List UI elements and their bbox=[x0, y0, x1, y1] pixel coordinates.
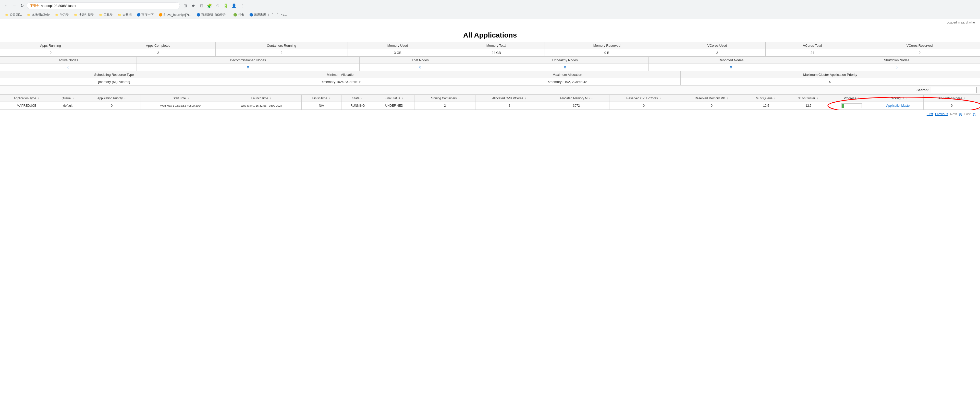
cell-finish-time: N/A bbox=[302, 102, 341, 110]
val-lost-nodes[interactable]: 0 bbox=[360, 64, 481, 71]
forward-button[interactable]: → bbox=[11, 2, 18, 9]
bookmark-local[interactable]: 本地测试地址 bbox=[25, 12, 52, 17]
val-memory-used: 3 GB bbox=[348, 49, 448, 56]
bookmark-icon[interactable]: ★ bbox=[190, 3, 196, 9]
menu-icon[interactable]: ⋮ bbox=[239, 3, 245, 9]
toolbar-icons: ⊞ ★ ⊡ 🧩 ⊕ 🔋 👤 ⋮ bbox=[182, 3, 245, 9]
bookmark-bilibili[interactable]: 🔵 哔哩哔哩（ ゜- ゜）つ... bbox=[247, 12, 289, 17]
col-unhealthy-nodes: Unhealthy Nodes bbox=[481, 57, 649, 64]
cast-icon[interactable]: ⊡ bbox=[198, 3, 204, 9]
th-running-containers[interactable]: Running Containers ⇕ bbox=[414, 95, 476, 102]
val-shutdown-nodes[interactable]: 0 bbox=[813, 64, 980, 71]
bookmark-search[interactable]: 搜索引擎类 bbox=[72, 12, 96, 17]
bookmark-bigdata[interactable]: 大数据 bbox=[116, 12, 134, 17]
col-vcores-total: VCores Total bbox=[765, 42, 859, 49]
th-allocated-cpu[interactable]: Allocated CPU VCores ⇕ bbox=[476, 95, 543, 102]
col-memory-used: Memory Used bbox=[348, 42, 448, 49]
page-title-section: All Applications bbox=[0, 26, 980, 42]
val-scheduling-type: [memory (Mi), vcores] bbox=[0, 78, 228, 86]
val-vcores-reserved: 0 bbox=[859, 49, 980, 56]
node-stats-section: Active Nodes Decommissioned Nodes Lost N… bbox=[0, 56, 980, 71]
scheduler-table: Scheduling Resource Type Minimum Allocat… bbox=[0, 71, 980, 86]
th-app-priority[interactable]: Application Priority ⇕ bbox=[83, 95, 141, 102]
th-progress[interactable]: Progress ⇕ bbox=[830, 95, 873, 102]
extension-icon[interactable]: 🧩 bbox=[207, 3, 213, 9]
col-active-nodes: Active Nodes bbox=[0, 57, 137, 64]
logged-in-bar: Logged in as: dr.who bbox=[0, 19, 980, 26]
val-decommissioned-nodes[interactable]: 0 bbox=[137, 64, 360, 71]
cell-launch-time: Wed May 1 16:32:53 +0800 2024 bbox=[221, 102, 302, 110]
cell-queue: default bbox=[53, 102, 83, 110]
logged-in-text: Logged in as: dr.who bbox=[947, 21, 975, 24]
th-blacklisted-nodes[interactable]: Blacklisted Nodes ⇕ bbox=[924, 95, 980, 102]
account-icon[interactable]: 👤 bbox=[231, 3, 237, 9]
th-allocated-memory[interactable]: Allocated Memory MB ⇕ bbox=[543, 95, 609, 102]
val-memory-total: 24 GB bbox=[448, 49, 545, 56]
th-pct-queue[interactable]: % of Queue ⇕ bbox=[745, 95, 787, 102]
th-finish-time[interactable]: FinishTime ⇕ bbox=[302, 95, 341, 102]
cell-reserved-memory: 0 bbox=[678, 102, 745, 110]
pagination-last-label: Last bbox=[964, 112, 970, 117]
val-max-allocation: <memory:8192, vCores:4> bbox=[454, 78, 681, 86]
pagination-first[interactable]: First bbox=[927, 112, 933, 117]
col-scheduling-type: Scheduling Resource Type bbox=[0, 71, 228, 78]
bookmark-daka[interactable]: 🟢 打卡 bbox=[231, 12, 246, 17]
cell-running-containers: 2 bbox=[414, 102, 476, 110]
cell-tracking-ui[interactable]: ApplicationMaster bbox=[873, 102, 924, 110]
val-vcores-total: 24 bbox=[765, 49, 859, 56]
col-shutdown-nodes: Shutdown Nodes bbox=[813, 57, 980, 64]
col-decommissioned-nodes: Decommissioned Nodes bbox=[137, 57, 360, 64]
bookmark-brave[interactable]: 🟠 Brave_heart4pzj的... bbox=[157, 12, 193, 17]
cell-start-time: Wed May 1 16:32:52 +0800 2024 bbox=[141, 102, 221, 110]
col-max-allocation: Maximum Allocation bbox=[454, 71, 681, 78]
th-app-type[interactable]: Application Type ⇕ bbox=[0, 95, 53, 102]
cell-allocated-cpu: 2 bbox=[476, 102, 543, 110]
progress-bar bbox=[842, 103, 844, 108]
reload-button[interactable]: ↻ bbox=[19, 2, 25, 9]
val-apps-completed: 2 bbox=[101, 49, 216, 56]
th-reserved-cpu[interactable]: Reserved CPU VCores ⇕ bbox=[609, 95, 678, 102]
browser-toolbar: ← → ↻ 不安全 ⊞ ★ ⊡ 🧩 ⊕ 🔋 👤 ⋮ bbox=[0, 0, 980, 11]
th-reserved-memory[interactable]: Reserved Memory MB ⇕ bbox=[678, 95, 745, 102]
url-input[interactable] bbox=[41, 4, 177, 8]
val-max-priority: 0 bbox=[680, 78, 980, 86]
pagination-previous[interactable]: Previous bbox=[935, 112, 948, 117]
node-stats-table: Active Nodes Decommissioned Nodes Lost N… bbox=[0, 56, 980, 71]
search-bar: Search: bbox=[0, 86, 980, 95]
th-tracking-ui[interactable]: Tracking UI ⇕ bbox=[873, 95, 924, 102]
val-containers-running: 2 bbox=[215, 49, 348, 56]
cell-pct-queue: 12.5 bbox=[745, 102, 787, 110]
bookmark-tools[interactable]: 工具类 bbox=[97, 12, 115, 17]
security-warning: 不安全 bbox=[30, 3, 39, 8]
th-launch-time[interactable]: LaunchTime ⇕ bbox=[221, 95, 302, 102]
val-unhealthy-nodes[interactable]: 0 bbox=[481, 64, 649, 71]
th-state[interactable]: State ⇕ bbox=[341, 95, 374, 102]
bookmark-study[interactable]: 学习类 bbox=[53, 12, 71, 17]
profile-icon[interactable]: ⊕ bbox=[215, 3, 221, 9]
th-final-status[interactable]: FinalStatus ⇕ bbox=[374, 95, 414, 102]
th-pct-cluster[interactable]: % of Cluster ⇕ bbox=[787, 95, 830, 102]
pagination-next[interactable]: 页 bbox=[959, 112, 962, 117]
bookmarks-bar: 公司网站 本地测试地址 学习类 搜索引擎类 工具类 大数据 🔵 百度一下 🟠 B… bbox=[0, 11, 980, 19]
cell-app-type: MAPREDUCE bbox=[0, 102, 53, 110]
cell-blacklisted-nodes: 0 bbox=[924, 102, 980, 110]
th-queue[interactable]: Queue ⇕ bbox=[53, 95, 83, 102]
cell-app-priority: 0 bbox=[83, 102, 141, 110]
col-rebooted-nodes: Rebooted Nodes bbox=[649, 57, 813, 64]
back-button[interactable]: ← bbox=[3, 2, 9, 9]
cluster-stats-section: Apps Running Apps Completed Containers R… bbox=[0, 42, 980, 56]
val-rebooted-nodes[interactable]: 0 bbox=[649, 64, 813, 71]
address-bar[interactable]: 不安全 bbox=[27, 2, 180, 9]
search-input[interactable] bbox=[931, 87, 977, 93]
table-row: MAPREDUCE default 0 Wed May 1 16:32:52 +… bbox=[0, 102, 980, 110]
val-active-nodes[interactable]: 0 bbox=[0, 64, 137, 71]
cell-state: RUNNING bbox=[341, 102, 374, 110]
bookmark-company[interactable]: 公司网站 bbox=[3, 12, 24, 17]
th-start-time[interactable]: StartTime ⇕ bbox=[141, 95, 221, 102]
bookmark-translate[interactable]: 🔵 百度翻译-200种语... bbox=[194, 12, 230, 17]
translate-icon[interactable]: ⊞ bbox=[182, 3, 188, 9]
browser-chrome: ← → ↻ 不安全 ⊞ ★ ⊡ 🧩 ⊕ 🔋 👤 ⋮ 公司网站 本地测试地址 学习… bbox=[0, 0, 980, 19]
battery-icon[interactable]: 🔋 bbox=[223, 3, 229, 9]
bookmark-baidu[interactable]: 🔵 百度一下 bbox=[135, 12, 156, 17]
pagination-last[interactable]: 页 bbox=[973, 112, 976, 117]
